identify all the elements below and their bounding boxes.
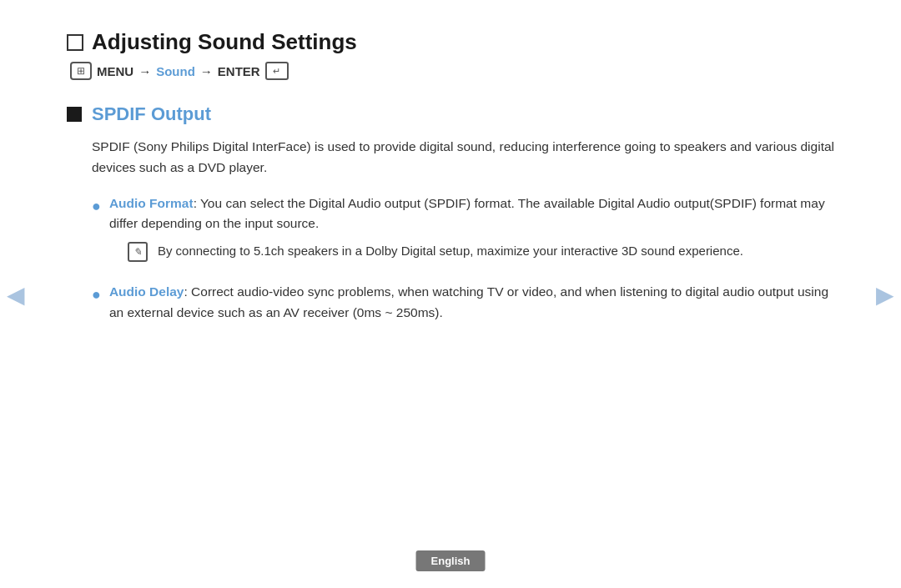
section-description: SPDIF (Sony Philips Digital InterFace) i… bbox=[67, 137, 834, 178]
bullet-dot-1: ● bbox=[92, 194, 101, 219]
audio-format-text: : You can select the Digital Audio outpu… bbox=[109, 196, 825, 231]
audio-format-content: Audio Format: You can select the Digital… bbox=[109, 193, 834, 269]
section-title: SPDIF Output bbox=[92, 103, 211, 125]
audio-delay-text: : Correct audio-video sync problems, whe… bbox=[109, 284, 828, 319]
audio-delay-content: Audio Delay: Correct audio-video sync pr… bbox=[109, 282, 834, 324]
audio-delay-term: Audio Delay bbox=[109, 284, 184, 299]
enter-icon: ↵ bbox=[265, 62, 289, 80]
bullet-list: ● Audio Format: You can select the Digit… bbox=[67, 193, 834, 324]
sound-nav-label: Sound bbox=[156, 64, 195, 78]
page-container: Adjusting Sound Settings MENU → Sound → … bbox=[0, 0, 901, 370]
note-box: ✎ By connecting to 5.1ch speakers in a D… bbox=[128, 241, 834, 262]
section-header: SPDIF Output bbox=[67, 103, 834, 125]
checkbox-icon bbox=[67, 34, 83, 51]
note-icon: ✎ bbox=[128, 242, 148, 262]
nav-arrow-1: → bbox=[138, 64, 151, 78]
nav-arrow-2: → bbox=[200, 64, 213, 78]
enter-label: ENTER bbox=[218, 64, 260, 78]
menu-icon bbox=[70, 62, 92, 80]
note-text: By connecting to 5.1ch speakers in a Dol… bbox=[158, 241, 834, 261]
language-button[interactable]: English bbox=[416, 550, 486, 571]
nav-right-arrow[interactable]: ▶ bbox=[876, 280, 894, 308]
page-title: Adjusting Sound Settings bbox=[92, 29, 357, 55]
main-title-row: Adjusting Sound Settings bbox=[67, 29, 834, 55]
audio-format-term: Audio Format bbox=[109, 196, 194, 210]
list-item: ● Audio Delay: Correct audio-video sync … bbox=[92, 282, 834, 324]
list-item: ● Audio Format: You can select the Digit… bbox=[92, 193, 834, 269]
bullet-dot-2: ● bbox=[92, 283, 101, 307]
bottom-lang-bar: English bbox=[416, 550, 486, 571]
menu-label: MENU bbox=[97, 64, 133, 78]
section-square-icon bbox=[67, 107, 82, 122]
menu-nav: MENU → Sound → ENTER ↵ bbox=[67, 62, 834, 80]
nav-left-arrow[interactable]: ◀ bbox=[7, 280, 25, 308]
